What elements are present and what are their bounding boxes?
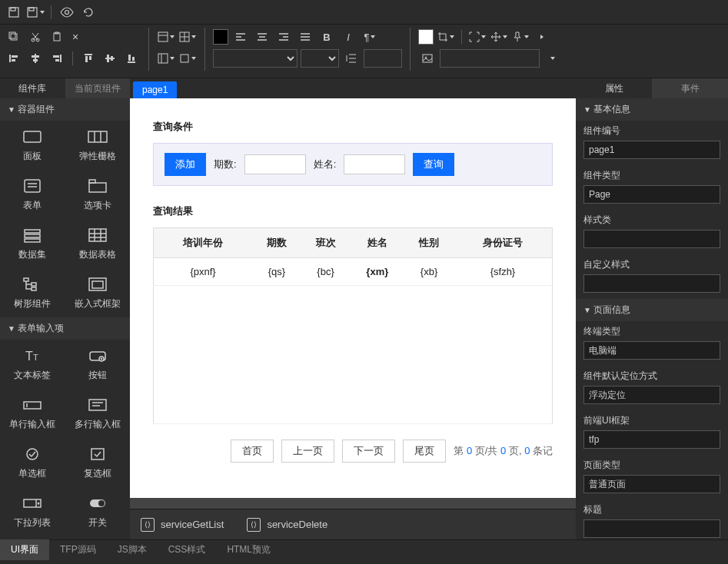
prop-input[interactable] — [583, 185, 720, 204]
tt-icon: TT — [22, 347, 43, 364]
table-row[interactable]: {pxnf}{qs}{bc}{xm}{xb}{sfzh} — [154, 258, 553, 286]
font-size-select[interactable] — [301, 49, 339, 68]
page-tab-page1[interactable]: page1 — [133, 81, 177, 98]
align-bottom-icon[interactable] — [122, 49, 141, 68]
palette-item-tt[interactable]: TT文本标签 — [0, 340, 65, 389]
save-icon[interactable] — [5, 3, 23, 22]
horizontal-scrollbar[interactable] — [130, 498, 576, 509]
palette-item-switch[interactable]: 开关 — [65, 487, 131, 536]
prop-input[interactable] — [583, 386, 720, 404]
search-button[interactable]: 查询 — [413, 153, 454, 176]
image-path-input[interactable] — [440, 49, 540, 68]
save-as-icon[interactable] — [26, 3, 45, 22]
refresh-icon[interactable] — [79, 3, 98, 22]
footer-tab-3[interactable]: CSS样式 — [158, 539, 217, 560]
align-middle-icon[interactable] — [101, 49, 119, 68]
palette-item-checkbox[interactable]: 复选框 — [65, 438, 131, 487]
line-height-input[interactable] — [364, 49, 402, 68]
add-button[interactable]: 添加 — [165, 153, 206, 176]
prop-input[interactable] — [583, 141, 720, 159]
prop-input[interactable] — [583, 475, 720, 493]
tab-events[interactable]: 事件 — [652, 78, 728, 98]
palette-item-radio[interactable]: 单选框 — [0, 438, 65, 487]
tab-properties[interactable]: 属性 — [576, 78, 652, 98]
palette-containers-header[interactable]: 容器组件 — [0, 98, 130, 121]
column-header: 姓名 — [350, 228, 404, 258]
svg-rect-16 — [33, 59, 38, 61]
palette-item-dataset[interactable]: 数据集 — [0, 219, 65, 268]
footer-tab-1[interactable]: TFP源码 — [49, 539, 107, 560]
svg-point-86 — [27, 449, 38, 459]
tab-component-library[interactable]: 组件库 — [0, 78, 65, 98]
layout-icon[interactable] — [157, 28, 175, 46]
move-icon[interactable] — [490, 28, 508, 46]
service-delete[interactable]: ⟨⟩serviceDelete — [247, 518, 327, 532]
font-family-select[interactable] — [213, 49, 298, 68]
prop-input[interactable] — [583, 274, 720, 293]
pin-icon[interactable] — [511, 28, 530, 46]
palette-item-textarea[interactable]: 多行输入框 — [65, 389, 131, 438]
align-left-icon[interactable] — [5, 49, 23, 68]
text-right-icon[interactable] — [274, 28, 293, 46]
text-color-swatch[interactable] — [213, 29, 228, 45]
palette-item-form[interactable]: 表单 — [0, 170, 65, 219]
pager-first-button[interactable]: 首页 — [231, 440, 274, 463]
palette-inputs-header[interactable]: 表单输入项 — [0, 317, 130, 340]
footer-tab-4[interactable]: HTML预览 — [216, 539, 281, 560]
tab-current-page-components[interactable]: 当前页组件 — [65, 78, 131, 98]
props-basic-header[interactable]: 基本信息 — [576, 98, 728, 121]
svg-rect-6 — [9, 32, 15, 38]
crop-icon[interactable] — [437, 28, 455, 46]
pilcrow-icon[interactable]: ¶ — [361, 28, 379, 46]
palette-item-input[interactable]: 单行输入框 — [0, 389, 65, 438]
italic-icon[interactable]: I — [339, 28, 357, 46]
palette-item-select[interactable]: 下拉列表 — [0, 487, 65, 536]
footer-tab-0[interactable]: UI界面 — [0, 539, 49, 560]
palette-item-grid[interactable]: 数据表格 — [65, 219, 131, 268]
image-mode-icon[interactable] — [543, 49, 561, 68]
prop-input[interactable] — [583, 519, 720, 538]
layout2-icon[interactable] — [157, 49, 175, 68]
service-get-list[interactable]: ⟨⟩serviceGetList — [141, 518, 224, 532]
palette-item-tabs[interactable]: 选项卡 — [65, 170, 131, 219]
pager-next-button[interactable]: 下一页 — [342, 440, 395, 463]
svg-rect-64 — [25, 230, 40, 233]
paste-icon[interactable] — [48, 28, 66, 46]
bold-icon[interactable]: B — [317, 28, 336, 46]
grid-icon[interactable] — [178, 28, 197, 46]
pager-prev-button[interactable]: 上一页 — [281, 440, 334, 463]
align-top-icon[interactable] — [79, 49, 98, 68]
prop-label: 组件编号 — [583, 124, 720, 138]
align-center-icon[interactable] — [26, 49, 45, 68]
svg-rect-55 — [24, 131, 41, 142]
props-page-header[interactable]: 页面信息 — [576, 299, 728, 321]
align-right-icon[interactable] — [48, 49, 66, 68]
text-justify-icon[interactable] — [296, 28, 314, 46]
name-input[interactable] — [344, 154, 405, 174]
svg-rect-63 — [89, 180, 95, 183]
period-input[interactable] — [244, 154, 306, 174]
text-center-icon[interactable] — [253, 28, 271, 46]
prop-input[interactable] — [583, 341, 720, 360]
text-left-icon[interactable] — [231, 28, 250, 46]
bg-color-swatch[interactable] — [418, 29, 434, 45]
more-icon[interactable] — [533, 28, 551, 46]
palette-item-iframe[interactable]: 嵌入式框架 — [65, 268, 131, 317]
delete-icon[interactable]: × — [69, 31, 81, 43]
image-icon[interactable] — [418, 49, 437, 68]
preview-icon[interactable] — [58, 3, 76, 22]
palette-item-tree[interactable]: 树形组件 — [0, 268, 65, 317]
cut-icon[interactable] — [26, 28, 45, 46]
palette-item-rect[interactable]: 面板 — [0, 121, 65, 170]
prop-input[interactable] — [583, 430, 720, 449]
fullscreen-icon[interactable] — [468, 28, 487, 46]
palette-item-button[interactable]: 按钮 — [65, 340, 131, 389]
copy-icon[interactable] — [5, 28, 23, 46]
line-height-icon[interactable] — [342, 49, 361, 68]
prop-input[interactable] — [583, 230, 720, 248]
footer-tab-2[interactable]: JS脚本 — [107, 539, 158, 560]
box-icon[interactable] — [178, 49, 197, 68]
palette-item-flexgrid[interactable]: 弹性栅格 — [65, 121, 131, 170]
pager-last-button[interactable]: 尾页 — [403, 440, 446, 463]
canvas[interactable]: 查询条件 添加 期数: 姓名: 查询 查询结果 培训年份期数班次姓名性别身份证号… — [130, 98, 576, 498]
